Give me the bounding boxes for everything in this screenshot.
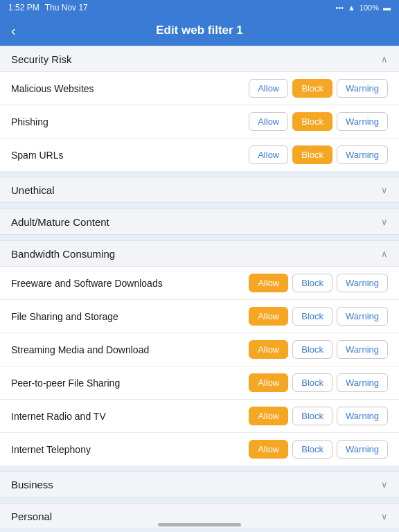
block-button-streaming[interactable]: Block [292, 340, 332, 359]
label-p2p: Peer-to-peer File Sharing [11, 378, 249, 389]
controls-p2p: Allow Block Warning [249, 373, 388, 392]
block-button-spam[interactable]: Block [292, 145, 332, 164]
block-button-p2p[interactable]: Block [292, 373, 332, 392]
block-button-freeware[interactable]: Block [292, 274, 332, 292]
section-security-risk: Security Risk ∧ Malicious Websites Allow… [0, 46, 399, 171]
controls-freeware: Allow Block Warning [249, 274, 388, 292]
row-freeware: Freeware and Software Downloads Allow Bl… [0, 267, 399, 300]
back-button[interactable]: ‹ [8, 20, 19, 42]
chevron-down-icon-personal: ∨ [381, 511, 388, 522]
label-malicious-websites: Malicious Websites [11, 83, 249, 94]
date: Thu Nov 17 [45, 3, 88, 12]
label-streaming: Streaming Media and Download [11, 344, 249, 355]
warning-button-file-sharing[interactable]: Warning [337, 307, 388, 326]
controls-spam-urls: Allow Block Warning [249, 145, 388, 164]
allow-button-malicious[interactable]: Allow [249, 79, 288, 98]
section-header-bandwidth[interactable]: Bandwidth Consuming ∧ [0, 240, 399, 267]
block-button-internet-radio[interactable]: Block [292, 407, 332, 425]
allow-button-internet-radio[interactable]: Allow [249, 407, 288, 425]
section-title-personal: Personal [11, 511, 52, 522]
section-title-bandwidth: Bandwidth Consuming [11, 248, 115, 260]
controls-streaming: Allow Block Warning [249, 340, 388, 359]
section-header-adult[interactable]: Adult/Mature Content ∨ [0, 209, 399, 235]
label-phishing: Phishing [11, 116, 249, 127]
page-title: Edit web filter 1 [156, 24, 243, 37]
row-spam-urls: Spam URLs Allow Block Warning [0, 139, 399, 171]
warning-button-phishing[interactable]: Warning [337, 112, 388, 131]
allow-button-streaming[interactable]: Allow [249, 340, 288, 359]
battery-percent: 100% [360, 3, 379, 12]
warning-button-malicious[interactable]: Warning [337, 79, 388, 98]
row-internet-telephony: Internet Telephony Allow Block Warning [0, 433, 399, 466]
row-file-sharing: File Sharing and Storage Allow Block War… [0, 300, 399, 333]
section-title-adult: Adult/Mature Content [11, 216, 109, 228]
warning-button-p2p[interactable]: Warning [337, 373, 388, 392]
chevron-up-icon-bandwidth: ∧ [381, 249, 388, 259]
status-bar: 1:52 PM Thu Nov 17 ••• ▲ 100% ▬ [0, 0, 399, 15]
warning-button-internet-radio[interactable]: Warning [337, 407, 388, 425]
allow-button-freeware[interactable]: Allow [249, 274, 288, 292]
block-button-file-sharing[interactable]: Block [292, 307, 332, 326]
nav-bar: ‹ Edit web filter 1 [0, 15, 399, 46]
section-header-unethical[interactable]: Unethical ∨ [0, 177, 399, 203]
section-title-business: Business [11, 479, 53, 490]
controls-internet-telephony: Allow Block Warning [249, 440, 388, 459]
time: 1:52 PM [8, 3, 39, 12]
section-title-unethical: Unethical [11, 184, 55, 196]
warning-button-spam[interactable]: Warning [337, 145, 388, 164]
section-header-business[interactable]: Business ∨ [0, 471, 399, 497]
content-area: Security Risk ∧ Malicious Websites Allow… [0, 46, 399, 532]
row-internet-radio: Internet Radio and TV Allow Block Warnin… [0, 400, 399, 433]
controls-internet-radio: Allow Block Warning [249, 407, 388, 425]
label-internet-radio: Internet Radio and TV [11, 411, 249, 422]
controls-file-sharing: Allow Block Warning [249, 307, 388, 326]
controls-malicious-websites: Allow Block Warning [249, 79, 388, 98]
chevron-down-icon-adult: ∨ [381, 217, 388, 227]
row-phishing: Phishing Allow Block Warning [0, 105, 399, 139]
block-button-internet-telephony[interactable]: Block [292, 440, 332, 459]
wifi-icon: ▲ [348, 3, 355, 12]
warning-button-freeware[interactable]: Warning [337, 274, 388, 292]
section-header-security-risk[interactable]: Security Risk ∧ [0, 46, 399, 72]
section-bandwidth: Bandwidth Consuming ∧ Freeware and Softw… [0, 240, 399, 466]
allow-button-internet-telephony[interactable]: Allow [249, 440, 288, 459]
row-streaming: Streaming Media and Download Allow Block… [0, 333, 399, 366]
block-button-phishing[interactable]: Block [292, 112, 332, 131]
dots: ••• [335, 3, 344, 12]
row-p2p: Peer-to-peer File Sharing Allow Block Wa… [0, 366, 399, 400]
allow-button-spam[interactable]: Allow [249, 145, 288, 164]
controls-phishing: Allow Block Warning [249, 112, 388, 131]
label-file-sharing: File Sharing and Storage [11, 311, 249, 322]
chevron-down-icon-unethical: ∨ [381, 185, 388, 195]
allow-button-p2p[interactable]: Allow [249, 373, 288, 392]
row-malicious-websites: Malicious Websites Allow Block Warning [0, 72, 399, 105]
warning-button-streaming[interactable]: Warning [337, 340, 388, 359]
chevron-up-icon: ∧ [381, 54, 388, 64]
allow-button-file-sharing[interactable]: Allow [249, 307, 288, 326]
label-freeware: Freeware and Software Downloads [11, 278, 249, 289]
battery-icon: ▬ [383, 3, 391, 12]
chevron-down-icon-business: ∨ [381, 479, 388, 490]
home-indicator [158, 523, 241, 526]
allow-button-phishing[interactable]: Allow [249, 112, 288, 131]
section-title-security-risk: Security Risk [11, 53, 72, 65]
label-internet-telephony: Internet Telephony [11, 444, 249, 455]
label-spam-urls: Spam URLs [11, 150, 249, 161]
warning-button-internet-telephony[interactable]: Warning [337, 440, 388, 459]
block-button-malicious[interactable]: Block [292, 79, 332, 98]
